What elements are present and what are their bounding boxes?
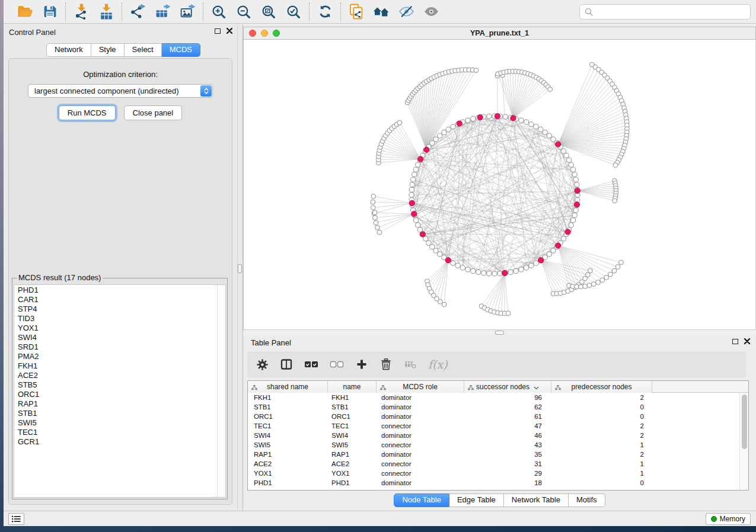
zoom-fit-button[interactable]	[259, 2, 278, 21]
mcds-result-item[interactable]: ORC1	[18, 390, 216, 399]
export-table-icon	[155, 4, 171, 20]
mcds-result-item[interactable]: SRD1	[18, 342, 216, 352]
criterion-dropdown[interactable]: largest connected component (undirected)	[28, 84, 213, 98]
network-canvas[interactable]	[243, 40, 756, 329]
show-columns-button[interactable]	[280, 357, 293, 372]
mcds-result-item[interactable]: ACE2	[18, 371, 216, 380]
table-row[interactable]: ORC1ORC1dominator610	[248, 412, 748, 421]
show-all-button[interactable]	[422, 2, 441, 21]
export-table-button[interactable]	[153, 2, 172, 21]
splitter-handle[interactable]	[495, 331, 504, 335]
criterion-dropdown-value: largest connected component (undirected)	[34, 86, 179, 95]
export-network-button[interactable]	[128, 2, 147, 21]
zoom-selected-button[interactable]	[284, 2, 303, 21]
splitter-handle[interactable]	[238, 264, 242, 273]
table-mode-gear-button[interactable]	[256, 357, 269, 372]
column-type-icon	[251, 384, 257, 392]
delete-columns-button[interactable]	[379, 357, 393, 372]
column-header-successor-nodes[interactable]: successor nodes	[464, 381, 551, 393]
refresh-button[interactable]	[315, 2, 334, 21]
table-row[interactable]: STB1STB1dominator620	[248, 402, 748, 412]
mcds-list-scrollbar[interactable]	[217, 285, 225, 497]
zoom-out-button[interactable]	[234, 2, 253, 21]
main-toolbar	[4, 0, 756, 24]
mcds-result-item[interactable]: SWI4	[18, 333, 216, 342]
table-cell: FKH1	[248, 393, 328, 402]
tab-style[interactable]: Style	[91, 43, 125, 57]
memory-button[interactable]: Memory	[706, 513, 751, 525]
scrollbar-thumb[interactable]	[742, 395, 747, 449]
zoom-in-button[interactable]	[209, 2, 228, 21]
network-window-titlebar[interactable]: YPA_prune.txt_1	[243, 27, 756, 40]
mcds-result-item[interactable]: PHD1	[18, 286, 216, 295]
table-row[interactable]: TEC1TEC1connector472	[248, 421, 748, 431]
table-scrollbar[interactable]	[739, 393, 748, 490]
table-panel: Table Panel	[243, 335, 756, 511]
import-table-button[interactable]	[97, 2, 116, 21]
tab-edge-table[interactable]: Edge Table	[449, 493, 504, 507]
close-panel-icon[interactable]	[227, 28, 232, 34]
mcds-result-item[interactable]: STP4	[18, 305, 216, 314]
close-panel-button[interactable]: Close panel	[124, 105, 183, 120]
tab-motifs[interactable]: Motifs	[569, 493, 605, 507]
clone-network-button[interactable]	[347, 2, 366, 21]
column-type-icon	[380, 384, 386, 392]
table-row[interactable]: ACE2ACE2connector311	[248, 459, 748, 469]
mcds-result-item[interactable]: STB1	[18, 409, 216, 418]
panel-splitter-vertical[interactable]	[237, 24, 243, 511]
table-cell: TEC1	[328, 421, 377, 431]
export-image-button[interactable]	[178, 2, 197, 21]
first-neighbors-button[interactable]	[372, 2, 391, 21]
column-header-predecessor-nodes[interactable]: predecessor nodes	[551, 381, 652, 393]
table-row[interactable]: SWI4SWI4dominator462	[248, 431, 748, 440]
memory-status-icon	[711, 516, 717, 522]
mcds-result-item[interactable]: RAP1	[18, 399, 216, 409]
column-type-icon	[468, 384, 474, 392]
table-cell: dominator	[377, 431, 464, 440]
function-builder-icon: f(x)	[428, 358, 448, 371]
column-header-mcds-role[interactable]: MCDS role	[377, 381, 464, 393]
tab-select[interactable]: Select	[125, 43, 162, 57]
table-row[interactable]: RAP1RAP1dominator352	[248, 450, 748, 459]
search-field[interactable]	[579, 4, 751, 20]
mcds-result-item[interactable]: GCR1	[18, 437, 216, 447]
mcds-result-item[interactable]: STB5	[18, 380, 216, 390]
column-header-shared-name[interactable]: shared name	[248, 381, 328, 393]
import-network-button[interactable]	[72, 2, 91, 21]
save-session-button[interactable]	[40, 2, 59, 21]
table-cell: RAP1	[328, 450, 377, 459]
float-panel-icon[interactable]	[732, 339, 738, 344]
tab-network[interactable]: Network	[46, 43, 91, 57]
table-row[interactable]: FKH1FKH1dominator962	[248, 393, 748, 402]
open-file-button[interactable]	[15, 2, 34, 21]
mcds-result-item[interactable]: SWI5	[18, 418, 216, 428]
table-row[interactable]: YOX1YOX1connector291	[248, 469, 748, 478]
panel-splitter-horizontal[interactable]	[243, 329, 756, 335]
column-header-name[interactable]: name	[328, 381, 377, 393]
select-all-button[interactable]	[304, 357, 318, 372]
refresh-icon	[318, 4, 333, 19]
mcds-result-item[interactable]: TEC1	[18, 428, 216, 437]
deselect-all-button[interactable]	[330, 357, 344, 372]
tab-node-table[interactable]: Node Table	[394, 493, 449, 507]
run-mcds-button[interactable]: Run MCDS	[59, 105, 116, 120]
panel-list-button[interactable]	[8, 513, 24, 525]
export-image-icon	[180, 4, 196, 20]
mcds-result-item[interactable]: TID3	[18, 314, 216, 323]
tab-mcds[interactable]: MCDS	[162, 43, 200, 57]
search-input[interactable]	[597, 8, 745, 17]
hide-selected-button[interactable]	[397, 2, 416, 21]
table-row[interactable]: PHD1PHD1dominator180	[248, 478, 748, 488]
table-row[interactable]: SWI5SWI5connector431	[248, 440, 748, 450]
mcds-result-item[interactable]: FKH1	[18, 361, 216, 371]
float-panel-icon[interactable]	[215, 28, 221, 34]
mcds-result-item[interactable]: YOX1	[18, 323, 216, 333]
network-graph[interactable]	[244, 40, 755, 329]
close-panel-icon[interactable]	[744, 338, 750, 344]
column-type-icon	[555, 384, 561, 392]
mcds-result-item[interactable]: CAR1	[18, 295, 216, 305]
mcds-result-item[interactable]: PMA2	[18, 352, 216, 361]
tab-network-table[interactable]: Network Table	[504, 493, 569, 507]
mcds-result-list: PHD1CAR1STP4TID3YOX1SWI4SRD1PMA2FKH1ACE2…	[14, 286, 216, 497]
add-column-button[interactable]	[355, 357, 368, 372]
